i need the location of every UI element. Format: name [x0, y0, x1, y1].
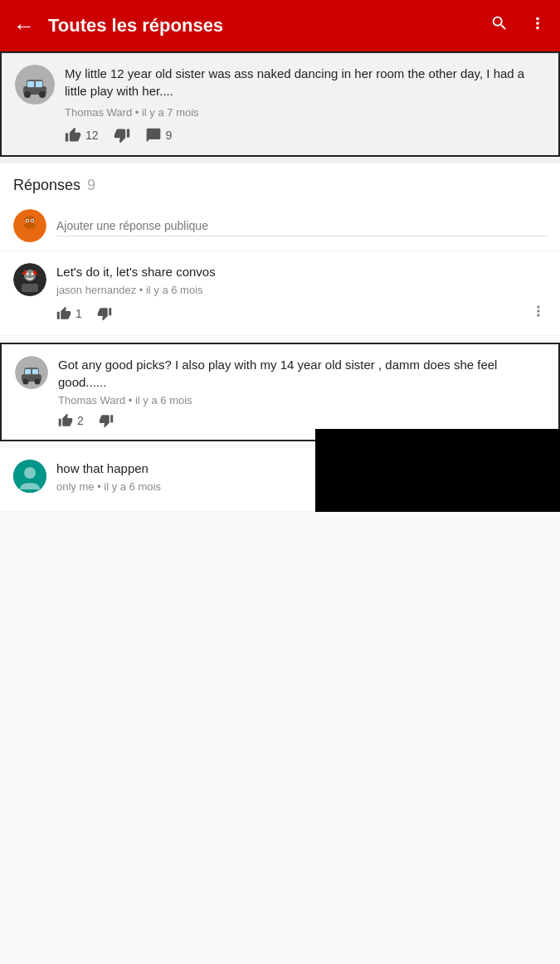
reply-like-count-2: 2	[77, 414, 84, 427]
reply-dislike-button-2[interactable]	[99, 413, 114, 428]
comment-icon[interactable]: 9	[145, 127, 173, 144]
top-bar-icons	[490, 14, 547, 37]
reply-meta-highlighted: Thomas Ward • il y a 6 mois	[58, 394, 545, 407]
black-overlay	[315, 429, 560, 512]
original-comment-avatar	[15, 65, 55, 105]
reply-like-count: 1	[75, 307, 82, 320]
original-comment-meta: Thomas Ward • il y a 7 mois	[65, 106, 545, 119]
reply-dislike-button[interactable]	[97, 306, 112, 321]
svg-rect-28	[32, 369, 38, 374]
responses-count: 9	[87, 177, 95, 194]
original-comment-timestamp: il y a 7 mois	[142, 106, 199, 119]
original-comment-actions: 12 9	[65, 127, 545, 144]
more-options-icon[interactable]	[528, 14, 547, 37]
svg-point-19	[27, 273, 29, 275]
reply-avatar-teal	[13, 460, 46, 493]
reply-content-highlighted: Got any good picks? I also play with my …	[58, 356, 545, 428]
top-bar: ← Toutes les réponses	[0, 0, 560, 51]
svg-rect-6	[36, 81, 42, 87]
reply-author-highlighted: Thomas Ward	[58, 394, 125, 407]
comment-count: 9	[166, 129, 173, 142]
original-comment-text: My little 12 year old sister was ass nak…	[65, 65, 545, 100]
svg-rect-21	[22, 284, 38, 292]
dislike-button[interactable]	[114, 127, 130, 144]
reply-timestamp-3: il y a 6 mois	[104, 480, 161, 493]
reply-author: jason hernandez	[56, 284, 136, 296]
reply-item: Let's do it, let's share convos jason he…	[0, 251, 560, 336]
reply-more-icon[interactable]	[530, 303, 547, 324]
add-reply-input[interactable]	[56, 216, 547, 236]
back-button[interactable]: ←	[13, 13, 35, 39]
original-comment-author: Thomas Ward	[65, 106, 132, 119]
bottom-section: how that happen only me • il y a 6 mois	[0, 448, 560, 512]
reply-item-highlighted: Got any good picks? I also play with my …	[0, 343, 560, 441]
reply-avatar	[13, 263, 46, 296]
reply-actions: 1	[56, 303, 547, 324]
reply-author-3: only me	[56, 480, 95, 493]
reply-actions-highlighted: 2	[58, 413, 545, 428]
reply-avatar-car	[15, 356, 48, 389]
reply-meta: jason hernandez • il y a 6 mois	[56, 284, 547, 296]
svg-point-26	[35, 379, 41, 385]
svg-point-4	[39, 91, 46, 98]
section-divider	[0, 157, 560, 163]
svg-point-25	[23, 379, 29, 385]
svg-point-20	[32, 273, 34, 275]
responses-header: Réponses 9	[0, 163, 560, 201]
responses-label: Réponses	[13, 177, 80, 194]
reply-timestamp: il y a 6 mois	[146, 284, 203, 296]
svg-point-30	[24, 467, 36, 479]
reply-content: Let's do it, let's share convos jason he…	[56, 263, 547, 324]
svg-point-14	[32, 220, 33, 222]
reply-like-button-2[interactable]: 2	[58, 413, 84, 428]
reply-timestamp-highlighted: il y a 6 mois	[135, 394, 192, 407]
reply-text-highlighted: Got any good picks? I also play with my …	[58, 356, 545, 391]
svg-rect-5	[27, 81, 34, 87]
original-comment-body: My little 12 year old sister was ass nak…	[65, 65, 545, 144]
original-comment-separator: •	[135, 106, 142, 119]
add-reply-row[interactable]	[0, 201, 560, 251]
svg-point-3	[24, 91, 31, 98]
like-count: 12	[85, 129, 99, 142]
like-button[interactable]: 12	[65, 127, 99, 144]
reply-text: Let's do it, let's share convos	[56, 263, 547, 280]
search-icon[interactable]	[490, 14, 509, 37]
svg-point-13	[27, 220, 28, 222]
current-user-avatar	[13, 209, 46, 242]
reply-like-button[interactable]: 1	[56, 306, 82, 321]
page-title: Toutes les réponses	[48, 15, 490, 37]
svg-rect-27	[25, 369, 31, 374]
original-comment-card: My little 12 year old sister was ass nak…	[0, 51, 560, 157]
